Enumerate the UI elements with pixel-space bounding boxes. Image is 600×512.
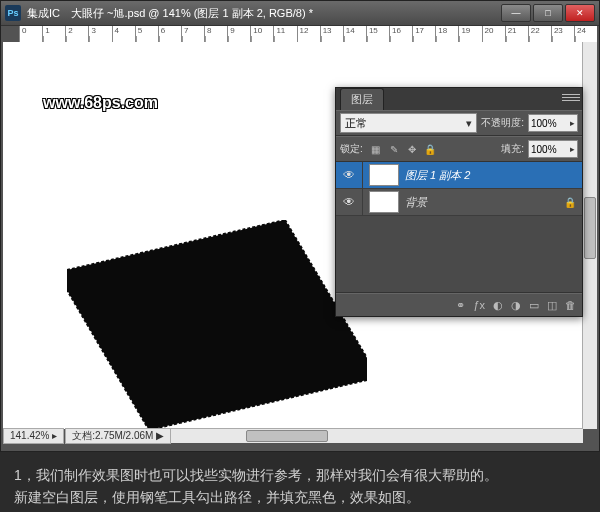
titlebar: Ps 集成IC 大眼仔 ~旭.psd @ 141% (图层 1 副本 2, RG…	[1, 1, 599, 26]
blend-mode-dropdown[interactable]: 正常	[340, 113, 477, 133]
zoom-level[interactable]: 141.42% ▸	[3, 428, 64, 444]
caption-line-1: 1，我们制作效果图时也可以找些实物进行参考，那样对我们会有很大帮助的。	[14, 464, 586, 486]
ruler-mark: 11	[273, 26, 296, 42]
opacity-field[interactable]: 100%	[528, 114, 578, 132]
lock-pixels-icon[interactable]: ✎	[387, 142, 401, 156]
lock-transparent-icon[interactable]: ▦	[369, 142, 383, 156]
visibility-eye-icon[interactable]: 👁	[336, 162, 363, 188]
maximize-button[interactable]: □	[533, 4, 563, 22]
layers-list: 👁图层 1 副本 2👁背景🔒	[336, 162, 582, 216]
scrollbar-horizontal[interactable]	[101, 428, 583, 443]
ruler-mark: 14	[343, 26, 366, 42]
lock-position-icon[interactable]: ✥	[405, 142, 419, 156]
ruler-mark: 19	[458, 26, 481, 42]
lock-label: 锁定:	[340, 142, 363, 156]
ruler-mark: 18	[435, 26, 458, 42]
ruler-mark: 4	[112, 26, 135, 42]
ruler-horizontal: 0123456789101112131415161718192021222324	[19, 26, 597, 43]
ruler-mark: 6	[158, 26, 181, 42]
ruler-mark: 13	[320, 26, 343, 42]
ruler-mark: 5	[135, 26, 158, 42]
layer-thumbnail[interactable]	[369, 191, 399, 213]
photoshop-window: Ps 集成IC 大眼仔 ~旭.psd @ 141% (图层 1 副本 2, RG…	[0, 0, 600, 452]
svg-marker-0	[67, 220, 367, 429]
adjustment-icon[interactable]: ◑	[511, 299, 521, 312]
ruler-mark: 24	[574, 26, 597, 42]
visibility-eye-icon[interactable]: 👁	[336, 189, 363, 215]
doc-size: 文档:2.75M/2.06M ▶	[65, 428, 171, 444]
ruler-mark: 21	[505, 26, 528, 42]
ruler-mark: 8	[204, 26, 227, 42]
ruler-vertical	[3, 42, 20, 429]
layers-panel[interactable]: 图层 正常 不透明度: 100% 锁定: ▦ ✎ ✥ 🔒 填充: 100% 👁图…	[335, 87, 583, 317]
tab-layers[interactable]: 图层	[340, 88, 384, 110]
ruler-mark: 9	[227, 26, 250, 42]
group-icon[interactable]: ▭	[529, 299, 539, 312]
panel-footer: ⚭ ƒx ◐ ◑ ▭ ◫ 🗑	[336, 293, 582, 316]
ruler-mark: 20	[482, 26, 505, 42]
tutorial-caption: 1，我们制作效果图时也可以找些实物进行参考，那样对我们会有很大帮助的。 新建空白…	[0, 458, 600, 512]
ruler-mark: 3	[88, 26, 111, 42]
scrollbar-thumb[interactable]	[246, 430, 328, 442]
minimize-button[interactable]: —	[501, 4, 531, 22]
fx-icon[interactable]: ƒx	[473, 299, 485, 311]
opacity-label: 不透明度:	[481, 116, 524, 130]
scrollbar-thumb[interactable]	[584, 197, 596, 259]
layer-row[interactable]: 👁图层 1 副本 2	[336, 162, 582, 189]
ruler-mark: 17	[412, 26, 435, 42]
black-chip-shape	[67, 220, 367, 429]
layer-thumbnail[interactable]	[369, 164, 399, 186]
layer-row[interactable]: 👁背景🔒	[336, 189, 582, 216]
layer-name: 图层 1 副本 2	[405, 168, 582, 183]
lock-all-icon[interactable]: 🔒	[423, 142, 437, 156]
ruler-mark: 16	[389, 26, 412, 42]
ruler-mark: 22	[528, 26, 551, 42]
ruler-mark: 7	[181, 26, 204, 42]
caption-line-2: 新建空白图层，使用钢笔工具勾出路径，并填充黑色，效果如图。	[14, 486, 586, 508]
ruler-mark: 10	[250, 26, 273, 42]
mask-icon[interactable]: ◐	[493, 299, 503, 312]
panel-tabs: 图层	[336, 88, 582, 110]
window-title: 集成IC 大眼仔 ~旭.psd @ 141% (图层 1 副本 2, RGB/8…	[27, 6, 501, 21]
layer-name: 背景	[405, 195, 564, 210]
fill-label: 填充:	[501, 142, 524, 156]
close-button[interactable]: ✕	[565, 4, 595, 22]
lock-options: ▦ ✎ ✥ 🔒	[369, 142, 437, 156]
link-layers-icon[interactable]: ⚭	[456, 299, 465, 312]
delete-layer-icon[interactable]: 🗑	[565, 299, 576, 311]
ruler-mark: 2	[65, 26, 88, 42]
app-icon: Ps	[5, 5, 21, 21]
ruler-mark: 0	[19, 26, 42, 42]
lock-icon: 🔒	[564, 197, 576, 208]
panel-menu-icon[interactable]	[562, 90, 580, 104]
watermark-text: www.68ps.com	[43, 94, 158, 112]
ruler-mark: 23	[551, 26, 574, 42]
scrollbar-vertical[interactable]	[582, 42, 597, 429]
ruler-mark: 15	[366, 26, 389, 42]
ruler-mark: 12	[297, 26, 320, 42]
new-layer-icon[interactable]: ◫	[547, 299, 557, 312]
layers-empty-area[interactable]	[336, 216, 582, 293]
fill-field[interactable]: 100%	[528, 140, 578, 158]
ruler-mark: 1	[42, 26, 65, 42]
status-bar: 141.42% ▸ 文档:2.75M/2.06M ▶	[3, 429, 172, 443]
